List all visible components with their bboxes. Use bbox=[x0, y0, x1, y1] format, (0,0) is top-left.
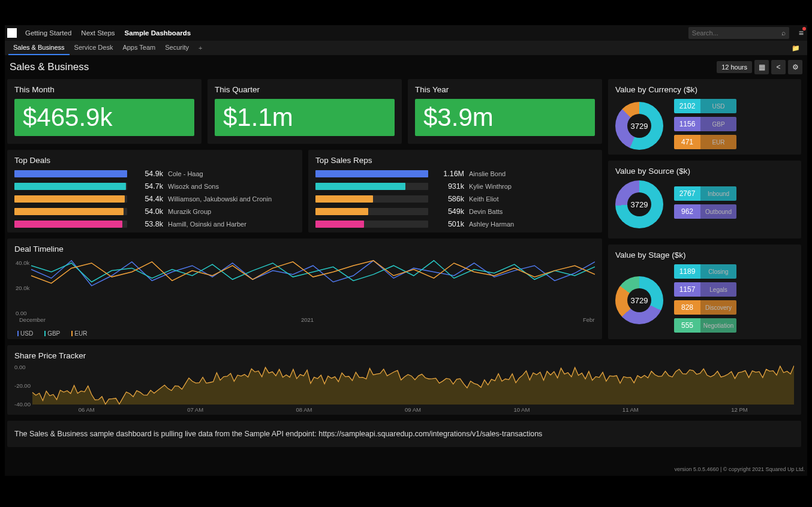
deal-timeline-panel: Deal Timeline 40.0k20.0k0.00December2021… bbox=[7, 239, 602, 339]
panel-title: This Year bbox=[415, 85, 595, 94]
top-nav-item[interactable]: Next Steps bbox=[76, 25, 119, 41]
bar-row: 54.9kCole - Haag bbox=[14, 170, 295, 178]
donut-chart: 3729 bbox=[615, 180, 663, 228]
panel-title: Value by Currency ($k) bbox=[615, 85, 794, 94]
search-icon[interactable]: ⌕ bbox=[781, 29, 786, 37]
svg-marker-16 bbox=[32, 366, 794, 405]
legend-item: 471EUR bbox=[674, 135, 736, 149]
deal-timeline-chart: 40.0k20.0k0.00December2021February bbox=[14, 258, 595, 324]
top-nav-bar: Getting StartedNext StepsSample Dashboar… bbox=[5, 25, 807, 41]
search-input[interactable] bbox=[692, 29, 781, 37]
share-icon[interactable]: < bbox=[771, 60, 786, 74]
panel-title: Value by Source ($k) bbox=[615, 167, 794, 176]
legend-item: 962Outbound bbox=[674, 204, 736, 219]
svg-text:2021: 2021 bbox=[301, 316, 314, 323]
notifications-icon[interactable]: ≡ bbox=[795, 28, 807, 38]
settings-gear-icon[interactable]: ⚙ bbox=[788, 60, 802, 74]
panel-title: This Quarter bbox=[215, 85, 395, 94]
page-header: Sales & Business 12 hours ▦ < ⚙ bbox=[5, 55, 807, 79]
app-logo-icon bbox=[7, 28, 17, 38]
search-box[interactable]: ⌕ bbox=[688, 27, 789, 39]
dashboard-tab[interactable]: Sales & Business bbox=[8, 41, 70, 55]
folder-icon[interactable]: 📁 bbox=[788, 44, 804, 52]
panel-title: Share Price Tracker bbox=[14, 351, 794, 360]
value-by-currency-panel: Value by Currency ($k) 3729 2102USD1156G… bbox=[608, 79, 801, 155]
svg-text:09 AM: 09 AM bbox=[405, 406, 421, 413]
kpi-value: $1.1m bbox=[215, 99, 395, 136]
kpi-value: $3.9m bbox=[415, 99, 595, 136]
kpi-panel-quarter: This Quarter $1.1m bbox=[207, 79, 402, 144]
add-tab-button[interactable]: + bbox=[194, 44, 207, 52]
bar-row: 501kAshley Harman bbox=[315, 220, 595, 228]
donut-total: 3729 bbox=[615, 276, 663, 324]
value-by-stage-panel: Value by Stage ($k) 3729 1189Closing1157… bbox=[608, 245, 801, 339]
donut-chart: 3729 bbox=[615, 102, 663, 150]
bar-row: 1.16MAinslie Bond bbox=[315, 170, 595, 178]
svg-text:10 AM: 10 AM bbox=[513, 406, 530, 413]
top-sales-reps-panel: Top Sales Reps 1.16MAinslie Bond931kKyli… bbox=[308, 150, 602, 233]
footer-copyright: version 5.0.5.4660 | © copyright 2021 Sq… bbox=[674, 466, 805, 472]
legend-item: 555Negotiation bbox=[674, 318, 736, 333]
dashboard-tabs-bar: Sales & BusinessService DeskApps TeamSec… bbox=[5, 41, 807, 55]
legend-item: 828Discovery bbox=[674, 300, 736, 315]
top-nav-item[interactable]: Sample Dashboards bbox=[120, 25, 196, 41]
share-price-panel: Share Price Tracker 0.00-20.00-40.0006 A… bbox=[7, 345, 801, 415]
svg-text:07 AM: 07 AM bbox=[187, 406, 203, 413]
share-price-chart: 0.00-20.00-40.0006 AM07 AM08 AM09 AM10 A… bbox=[14, 365, 794, 413]
legend-item: 1156GBP bbox=[674, 117, 736, 131]
svg-text:11 AM: 11 AM bbox=[622, 406, 639, 413]
svg-text:-40.00: -40.00 bbox=[14, 401, 31, 408]
panel-title: Deal Timeline bbox=[14, 245, 595, 254]
svg-text:-20.00: -20.00 bbox=[14, 382, 31, 389]
svg-text:06 AM: 06 AM bbox=[79, 406, 95, 413]
svg-text:February: February bbox=[583, 316, 595, 323]
footer-note-panel: The Sales & Business sample dashboard is… bbox=[7, 421, 801, 447]
bar-row: 53.8kHamill, Osinski and Harber bbox=[14, 220, 295, 228]
svg-text:0.00: 0.00 bbox=[16, 310, 27, 316]
bar-row: 586kKeith Eliot bbox=[315, 195, 595, 203]
value-by-source-panel: Value by Source ($k) 3729 2767Inbound962… bbox=[608, 161, 801, 239]
panel-title: Value by Stage ($k) bbox=[615, 251, 794, 259]
donut-chart: 3729 bbox=[615, 276, 663, 324]
legend-item: 1157Legals bbox=[674, 282, 736, 297]
svg-text:December: December bbox=[19, 316, 46, 323]
svg-text:40.0k: 40.0k bbox=[16, 259, 29, 266]
legend-item: 2767Inbound bbox=[674, 186, 736, 201]
bar-row: 54.7kWisozk and Sons bbox=[14, 182, 295, 191]
dashboard-tab[interactable]: Service Desk bbox=[70, 41, 118, 55]
bar-row: 54.0kMurazik Group bbox=[14, 207, 295, 216]
layout-icon[interactable]: ▦ bbox=[754, 60, 769, 74]
timerange-picker[interactable]: 12 hours bbox=[717, 61, 752, 73]
panel-title: This Month bbox=[14, 85, 194, 94]
top-deals-panel: Top Deals 54.9kCole - Haag54.7kWisozk an… bbox=[7, 150, 302, 233]
footer-note-text: The Sales & Business sample dashboard is… bbox=[14, 430, 542, 438]
top-nav-item[interactable]: Getting Started bbox=[20, 25, 76, 41]
donut-total: 3729 bbox=[615, 180, 663, 228]
svg-text:08 AM: 08 AM bbox=[296, 406, 312, 413]
chart-legend: USDGBPEUR bbox=[14, 330, 595, 337]
dashboard-tab[interactable]: Apps Team bbox=[118, 41, 160, 55]
kpi-panel-month: This Month $465.9k bbox=[7, 79, 202, 144]
kpi-value: $465.9k bbox=[14, 99, 194, 136]
legend-item: 2102USD bbox=[674, 99, 736, 113]
kpi-panel-year: This Year $3.9m bbox=[408, 79, 602, 144]
bar-row: 549kDevin Batts bbox=[315, 207, 595, 216]
legend-item: 1189Closing bbox=[674, 264, 736, 279]
panel-title: Top Deals bbox=[14, 156, 295, 165]
bar-row: 931kKylie Winthrop bbox=[315, 182, 595, 191]
donut-total: 3729 bbox=[615, 102, 663, 150]
bar-row: 54.4kWilliamson, Jakubowski and Cronin bbox=[14, 195, 295, 203]
dashboard-tab[interactable]: Security bbox=[160, 41, 194, 55]
svg-text:20.0k: 20.0k bbox=[16, 285, 29, 291]
panel-title: Top Sales Reps bbox=[315, 156, 595, 165]
page-title: Sales & Business bbox=[10, 61, 89, 73]
svg-text:0.00: 0.00 bbox=[14, 365, 26, 370]
svg-text:12 PM: 12 PM bbox=[731, 406, 748, 413]
